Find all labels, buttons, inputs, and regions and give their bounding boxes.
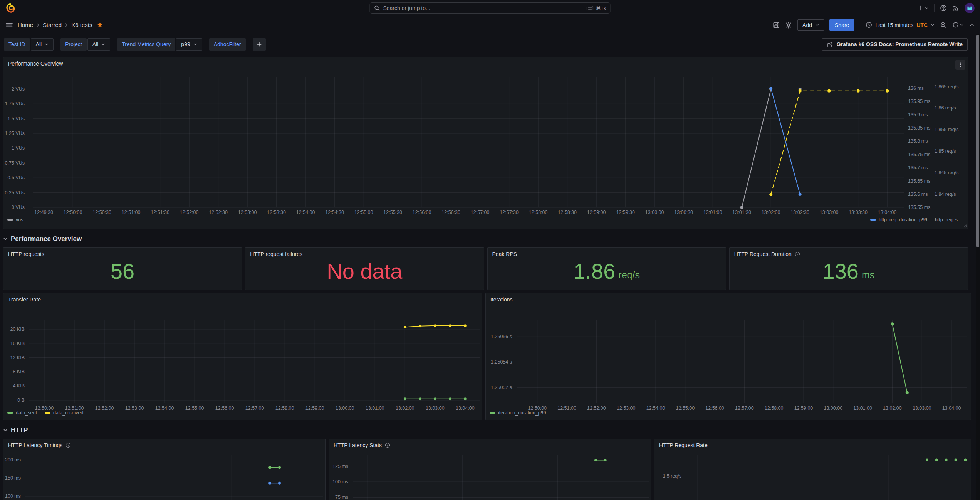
axis-tick-label: 13:01:00 — [699, 209, 727, 215]
collapse-toolbar-icon[interactable] — [969, 22, 975, 28]
panel-resize-handle[interactable] — [962, 223, 967, 228]
page-scrollbar — [976, 34, 980, 500]
add-filter-button[interactable] — [253, 38, 266, 51]
divider — [934, 4, 935, 12]
breadcrumb-item[interactable]: Starred — [43, 22, 62, 28]
refresh-button[interactable] — [952, 22, 964, 28]
news-icon[interactable] — [952, 5, 959, 12]
panel-menu-button[interactable] — [955, 60, 965, 70]
legend-item[interactable]: http_req_s — [935, 217, 958, 222]
avatar[interactable] — [965, 3, 975, 13]
legend-item[interactable]: http_req_duration_p99 — [870, 217, 927, 222]
axis-tick-label: 1.5 VUs — [8, 116, 25, 122]
axis-tick-label: 12:56:00 — [408, 209, 436, 215]
top-nav-actions — [918, 3, 975, 13]
chevron-down-icon — [815, 23, 819, 27]
time-series-plot[interactable]: 0 B4 KIB8 KIB12 KIB16 KIB20 KIB12:50:001… — [3, 293, 482, 420]
axis-tick-label: 1 VUs — [12, 145, 25, 151]
refresh-icon — [952, 22, 959, 28]
axis-tick-label: 150 ms — [5, 475, 21, 481]
chevron-down-icon — [101, 42, 105, 46]
legend-item[interactable]: iteration_duration_p99 — [490, 410, 546, 416]
chart-canvas — [486, 293, 971, 420]
axis-tick-label: 1.25 VUs — [5, 130, 25, 136]
breadcrumb-separator-icon — [36, 23, 40, 27]
axis-tick-label: 12:52:30 — [205, 209, 232, 215]
add-panel-button[interactable]: Add — [797, 19, 824, 31]
axis-tick-label: 1.5 req/s — [663, 473, 681, 479]
grafana-logo-icon[interactable] — [5, 3, 15, 13]
axis-tick-label: 12:52:00 — [175, 209, 203, 215]
panel-title[interactable]: HTTP Request Rate — [659, 442, 708, 448]
section-row-performance-overview[interactable]: Performance Overview — [3, 235, 968, 243]
axis-tick-label: 1.25054 s — [491, 359, 512, 365]
stat-panel: Peak RPS1.86req/s — [487, 247, 726, 290]
breadcrumb-item[interactable]: Home — [18, 22, 33, 28]
legend-item[interactable]: data_received — [45, 410, 84, 416]
axis-tick-label: 136 ms — [908, 85, 924, 91]
axis-tick-label: 1.75 VUs — [5, 101, 25, 107]
filter-label[interactable]: Test ID — [4, 38, 30, 51]
axis-tick-label: 135.8 ms — [908, 138, 928, 144]
axis-tick-label: 12:59:00 — [582, 209, 610, 215]
save-dashboard-icon[interactable] — [773, 22, 780, 29]
docs-link-button[interactable]: Grafana k6 OSS Docs: Prometheus Remote W… — [822, 38, 968, 51]
axis-tick-label: 0 VUs — [12, 204, 25, 210]
axis-tick-label: 100 ms — [332, 479, 348, 485]
axis-tick-label: 2 VUs — [12, 86, 25, 92]
axis-tick-label: 12:50:00 — [59, 209, 87, 215]
axis-tick-label: 12:50:30 — [88, 209, 116, 215]
template-variable-filters: Test IDAllProjectAllTrend Metrics Queryp… — [4, 38, 266, 51]
filter-value-dropdown[interactable]: All — [87, 38, 111, 51]
time-series-plot[interactable]: 0 VUs0.25 VUs0.5 VUs0.75 VUs1 VUs1.25 VU… — [3, 57, 968, 229]
zoom-out-time-icon[interactable] — [940, 22, 947, 29]
legend-item[interactable]: data_sent — [7, 410, 37, 416]
breadcrumb-item[interactable]: K6 tests — [71, 22, 92, 28]
axis-tick-label: 1.85 req/s — [935, 148, 956, 154]
plus-icon — [257, 42, 262, 47]
chevron-down-icon — [3, 428, 8, 433]
axis-tick-label: 12:55:00 — [350, 209, 378, 215]
share-button[interactable]: Share — [829, 19, 854, 31]
axis-tick-label: 13:04:00 — [873, 209, 901, 215]
filter-label[interactable]: Trend Metrics Query — [117, 38, 175, 51]
menu-hamburger-icon[interactable] — [5, 21, 13, 29]
chart-canvas — [3, 57, 968, 229]
axis-tick-label: 1.865 req/s — [935, 84, 959, 90]
axis-tick-label: 13:02:00 — [757, 209, 785, 215]
axis-tick-label: 13:01:30 — [728, 209, 756, 215]
panel-title[interactable]: Iterations — [490, 296, 513, 303]
axis-tick-label: 0.5 VUs — [8, 175, 25, 181]
axis-tick-label: 135.9 ms — [908, 112, 928, 118]
dashboard-settings-gear-icon[interactable] — [785, 22, 792, 29]
section-row-http[interactable]: HTTP — [3, 426, 968, 434]
legend-item[interactable]: vus — [7, 217, 23, 222]
favorite-star-icon[interactable] — [97, 22, 103, 28]
filter-label[interactable]: AdhocFilter — [209, 38, 246, 51]
panel-title[interactable]: Transfer Rate — [8, 296, 41, 303]
axis-tick-label: 12:58:00 — [524, 209, 552, 215]
axis-tick-label: 0.75 VUs — [5, 160, 25, 166]
panel-title[interactable]: Performance Overview — [8, 61, 63, 67]
filter-value-dropdown[interactable]: All — [31, 38, 54, 51]
axis-tick-label: 1.25052 s — [491, 384, 512, 391]
time-series-plot[interactable]: 1.25052 s1.25054 s1.25056 s12:50:0012:51… — [486, 293, 971, 420]
axis-tick-label: 135.85 ms — [908, 125, 930, 131]
chart-legend: data_sentdata_received — [7, 410, 472, 416]
filter-label[interactable]: Project — [60, 38, 87, 51]
axis-tick-label: 4 KIB — [13, 383, 25, 389]
filter-group: Trend Metrics Queryp99 — [117, 38, 202, 51]
panel-title[interactable]: HTTP Latency Timings — [8, 442, 71, 448]
filter-value-dropdown[interactable]: p99 — [176, 38, 202, 51]
axis-tick-label: 12:54:30 — [321, 209, 349, 215]
time-range-picker[interactable]: Last 15 minutes UTC — [866, 22, 935, 28]
chart-legend: iteration_duration_p99 — [490, 410, 961, 416]
help-icon[interactable] — [940, 5, 947, 12]
top-nav: Search or jump to... ⌘+k — [0, 0, 980, 16]
panel-title[interactable]: HTTP Latency Stats — [334, 442, 390, 448]
scrollbar-thumb[interactable] — [976, 35, 979, 247]
new-menu-button[interactable] — [918, 5, 929, 11]
search-input[interactable]: Search or jump to... ⌘+k — [370, 2, 611, 14]
charts-row: HTTP Latency Timings 200 ms150 ms100 ms … — [3, 439, 968, 500]
filter-bar: Test IDAllProjectAllTrend Metrics Queryp… — [0, 34, 980, 55]
